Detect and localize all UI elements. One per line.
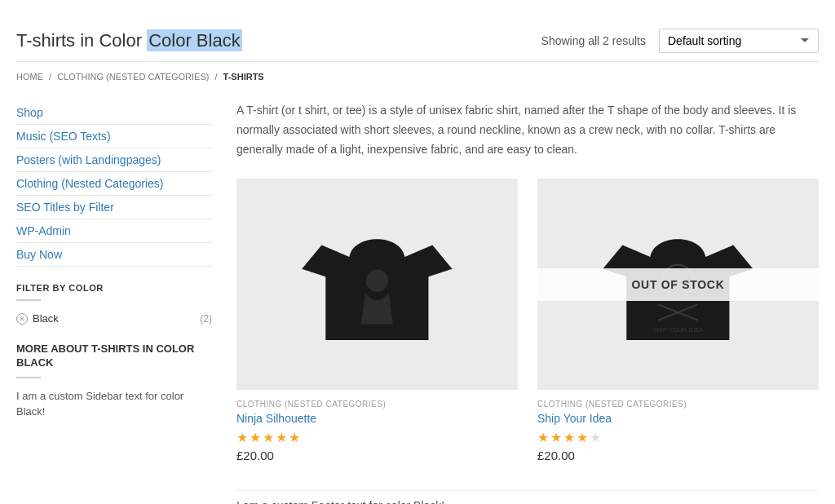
- product-info-ship-your-idea: CLOTHING (NESTED CATEGORIES) Ship Your I…: [537, 390, 819, 466]
- filter-title: FILTER BY COLOR: [16, 283, 212, 293]
- breadcrumb-home[interactable]: HOME: [16, 72, 43, 82]
- sidebar-item-posters[interactable]: Posters (with Landingpages): [16, 148, 212, 172]
- more-section-title: MORE ABOUT T-SHIRTS IN COLOR BLACK: [16, 343, 212, 370]
- filter-count-black: (2): [200, 313, 212, 325]
- product-image-ninja-silhouette[interactable]: [236, 179, 518, 390]
- product-name-ship-your-idea[interactable]: Ship Your Idea: [537, 412, 819, 425]
- products-grid: CLOTHING (NESTED CATEGORIES) Ninja Silho…: [236, 179, 819, 466]
- more-about-section: MORE ABOUT T-SHIRTS IN COLOR BLACK I am …: [16, 343, 212, 420]
- product-stars-ship: ★ ★ ★ ★ ★: [537, 430, 819, 445]
- showing-results: Showing all 2 results: [541, 34, 646, 47]
- out-of-stock-text: OUT OF STOCK: [632, 278, 725, 291]
- sidebar-nav: Shop Music (SEO Texts) Posters (with Lan…: [16, 101, 212, 267]
- product-image-ship-your-idea[interactable]: SHIP YOUR IDEA OUT OF STOCK: [537, 179, 819, 390]
- breadcrumb-current: T-SHIRTS: [223, 72, 264, 82]
- sidebar: Shop Music (SEO Texts) Posters (with Lan…: [16, 101, 212, 504]
- filter-remove-black[interactable]: ✕: [16, 313, 28, 325]
- main-content: A T-shirt (or t shirt, or tee) is a styl…: [236, 101, 819, 504]
- filter-item-black: ✕ Black (2): [16, 311, 212, 326]
- sidebar-item-music[interactable]: Music (SEO Texts): [16, 125, 212, 148]
- sidebar-item-buy-now[interactable]: Buy Now: [16, 243, 212, 267]
- product-price-ship: £20.00: [537, 449, 819, 462]
- product-card-ship-your-idea: SHIP YOUR IDEA OUT OF STOCK CLOTHING (NE…: [537, 179, 819, 466]
- sidebar-item-wp-admin[interactable]: WP-Admin: [16, 219, 212, 243]
- page-title: T-shirts in Color Color Black: [16, 30, 242, 51]
- header-right: Showing all 2 results Default sorting So…: [541, 29, 819, 53]
- site-header: T-shirts in Color Color Black Showing al…: [16, 16, 819, 62]
- sidebar-custom-text: I am a custom Sidebar text for color Bla…: [16, 388, 212, 420]
- footer-custom-text: I am a custom Footer text for color Blac…: [236, 490, 819, 504]
- product-name-ninja-silhouette[interactable]: Ninja Silhouette: [236, 412, 518, 425]
- more-section-divider: [16, 377, 41, 378]
- product-info-ninja-silhouette: CLOTHING (NESTED CATEGORIES) Ninja Silho…: [236, 390, 518, 466]
- filter-label-black: Black: [33, 312, 59, 325]
- out-of-stock-overlay: OUT OF STOCK: [537, 268, 819, 301]
- product-card-ninja-silhouette: CLOTHING (NESTED CATEGORIES) Ninja Silho…: [236, 179, 518, 466]
- product-price-ninja: £20.00: [236, 449, 518, 462]
- sidebar-item-clothing[interactable]: Clothing (Nested Categories): [16, 172, 212, 196]
- content-area: Shop Music (SEO Texts) Posters (with Lan…: [16, 101, 819, 504]
- svg-text:SHIP YOUR IDEA: SHIP YOUR IDEA: [652, 326, 704, 334]
- category-description: A T-shirt (or t shirt, or tee) is a styl…: [236, 101, 819, 159]
- product-category-ship: CLOTHING (NESTED CATEGORIES): [537, 400, 819, 409]
- breadcrumb: HOME / CLOTHING (NESTED CATEGORIES) / T-…: [16, 69, 819, 85]
- sidebar-item-seo-titles[interactable]: SEO Titles by Filter: [16, 196, 212, 219]
- filter-section: FILTER BY COLOR ✕ Black (2): [16, 283, 212, 326]
- sort-select[interactable]: Default sorting Sort by popularity Sort …: [659, 29, 819, 53]
- product-stars-ninja: ★ ★ ★ ★ ★: [236, 430, 518, 445]
- sidebar-item-shop[interactable]: Shop: [16, 101, 212, 125]
- svg-point-0: [366, 269, 388, 291]
- filter-divider: [16, 299, 41, 301]
- highlighted-color: Color Black: [147, 29, 241, 51]
- breadcrumb-clothing[interactable]: CLOTHING (NESTED CATEGORIES): [57, 72, 209, 82]
- product-category-ninja: CLOTHING (NESTED CATEGORIES): [236, 400, 518, 409]
